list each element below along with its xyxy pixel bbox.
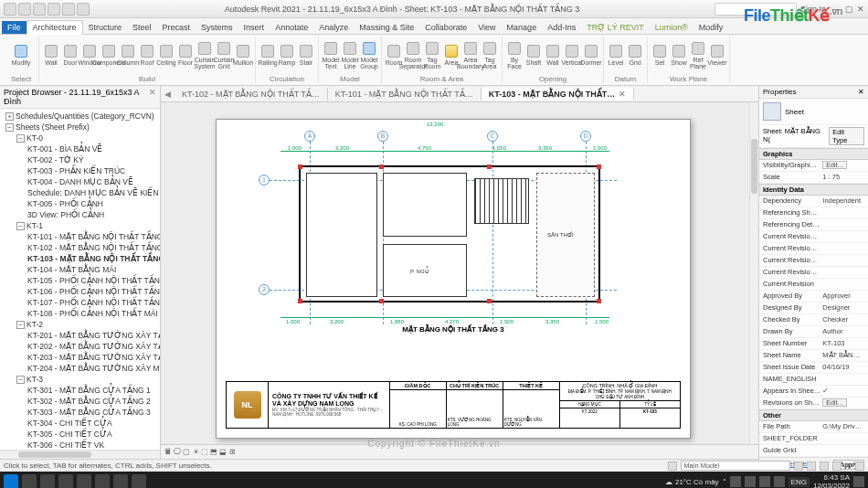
scrollbar-horizontal[interactable]: [0, 450, 160, 459]
ribbon-button-mullion[interactable]: Mullion: [235, 42, 251, 69]
ribbon-button-floor[interactable]: Floor: [177, 42, 194, 69]
ribbon-button-dormer[interactable]: Dormer: [583, 42, 599, 69]
tree-node[interactable]: KT-102 - MẶT BẰNG NỘI THẤT TẦNG 2: [4, 242, 160, 253]
status-icon[interactable]: [832, 461, 842, 471]
ribbon-button-viewer[interactable]: Viewer: [709, 42, 725, 69]
tree-node[interactable]: −Sheets (Sheet Prefix): [4, 122, 160, 133]
ribbon-button-model-line[interactable]: Model Line: [342, 42, 358, 69]
property-row[interactable]: Drawn ByAuthor: [759, 326, 868, 338]
tree-node[interactable]: KT-104 - MẶT BẰNG MÁI: [4, 264, 160, 275]
tray-icon[interactable]: [730, 476, 741, 487]
tree-node[interactable]: −KT-1: [4, 220, 160, 231]
property-row[interactable]: Current Revision: [759, 279, 868, 291]
property-row[interactable]: Referencing Sh…: [759, 207, 868, 219]
language-indicator[interactable]: ENG: [789, 477, 810, 487]
property-row[interactable]: Current Revisio…: [759, 255, 868, 267]
tree-toggle-icon[interactable]: −: [16, 376, 25, 384]
ribbon-button-by-face[interactable]: By Face: [506, 42, 523, 69]
tree-node[interactable]: KT-005 - PHỐI CẢNH: [4, 198, 160, 209]
ribbon-button-door[interactable]: Door: [62, 42, 79, 69]
tree-node[interactable]: KT-303 - MẶT BẰNG CỬA TẦNG 3: [4, 407, 160, 418]
ribbon-button-roof[interactable]: Roof: [139, 42, 155, 69]
save-icon[interactable]: [33, 3, 46, 16]
ribbon-tab-modify[interactable]: Modify: [693, 21, 729, 34]
tree-node[interactable]: KT-203 - MẶT BẰNG TƯỜNG XÂY TẦNG 3: [4, 352, 160, 363]
ribbon-button-shaft[interactable]: Shaft: [525, 42, 542, 69]
clock[interactable]: 8:43 SA 12/03/2022: [813, 473, 850, 488]
tree-node[interactable]: KT-105 - PHỐI CẢNH NỘI THẤT TẦNG 1: [4, 275, 160, 286]
chrome-icon[interactable]: [77, 474, 91, 488]
property-row[interactable]: Approved ByApprover: [759, 291, 868, 302]
property-row[interactable]: Sheet NameMẶT BẰNG NỘI: [759, 350, 868, 362]
ribbon-tab-lumion-[interactable]: Lumion®: [650, 21, 693, 34]
ribbon-tab-precast[interactable]: Precast: [157, 21, 196, 34]
property-row[interactable]: Current Revisio…: [759, 231, 868, 243]
ribbon-button-ramp[interactable]: Ramp: [279, 42, 295, 69]
tab-close-icon[interactable]: ✕: [619, 90, 626, 99]
tree-node[interactable]: KT-302 - MẶT BẰNG CỬA TẦNG 2: [4, 396, 160, 407]
tree-toggle-icon[interactable]: +: [5, 112, 14, 121]
revit-icon[interactable]: [132, 474, 146, 488]
project-browser-tree[interactable]: +Schedules/Quantities (Category_RCVN)−Sh…: [0, 109, 160, 450]
ribbon-button-ceiling[interactable]: Ceiling: [158, 42, 175, 69]
ribbon-button-component[interactable]: Component: [101, 42, 117, 69]
property-row[interactable]: Current Revisio…: [759, 267, 868, 279]
ribbon-tab-collaborate[interactable]: Collaborate: [419, 21, 472, 34]
ribbon-button-tag-room[interactable]: Tag Room: [424, 42, 440, 69]
undo-icon[interactable]: [48, 3, 60, 16]
ribbon-button-curtain-grid[interactable]: Curtain Grid: [216, 42, 232, 69]
property-row[interactable]: Designed ByDesigner: [759, 302, 868, 314]
ribbon-tab-structure[interactable]: Structure: [83, 21, 128, 34]
task-view-icon[interactable]: [40, 474, 55, 488]
tree-node[interactable]: KT-301 - MẶT BẰNG CỬA TẦNG 1: [4, 385, 160, 396]
redo-icon[interactable]: [62, 3, 75, 16]
property-row[interactable]: Appears In Shee…✓: [759, 386, 868, 398]
property-row[interactable]: SHEET_FOLDER: [759, 433, 868, 445]
tree-node[interactable]: KT-101 - MẶT BẰNG NỘI THẤT TẦNG 1: [4, 231, 160, 242]
tree-node[interactable]: −KT-0: [4, 133, 160, 143]
min-icon[interactable]: —: [833, 5, 842, 14]
tree-toggle-icon[interactable]: −: [16, 321, 25, 329]
property-row[interactable]: NAME_ENGLISH: [759, 374, 868, 386]
volume-icon[interactable]: [774, 476, 785, 487]
canvas[interactable]: A B C D 1 2 1,000 3,200 4,750 1,550 3,3: [161, 102, 758, 459]
panel-close-icon[interactable]: ✕: [149, 88, 156, 106]
scrollbar-vertical[interactable]: [749, 102, 758, 444]
excel-icon[interactable]: [95, 474, 110, 488]
tree-node[interactable]: +Schedules/Quantities (Category_RCVN): [4, 111, 160, 122]
tree-node[interactable]: KT-108 - PHỐI CẢNH NỘI THẤT MÁI: [4, 308, 160, 319]
document-tab[interactable]: KT-103 - MẶT BẰNG NỘI THẤT…✕: [482, 88, 635, 101]
tray-icon[interactable]: [745, 476, 756, 487]
tree-node[interactable]: KT-103 - MẶT BẰNG NỘI THẤT TẦNG 3: [4, 253, 160, 264]
status-icon[interactable]: [668, 461, 677, 471]
ribbon-button-set[interactable]: Set: [651, 42, 668, 69]
close-icon[interactable]: ✕: [857, 5, 864, 14]
property-row[interactable]: Sheet NumberKT-103: [759, 338, 868, 350]
tree-toggle-icon[interactable]: −: [5, 123, 14, 132]
view-control-bar[interactable]: 🖩 🖵 ▢ ☀ ⬚ ⬒ ⬓ ⊞: [161, 444, 758, 459]
workset-combo[interactable]: Main Model: [681, 461, 790, 471]
status-icon[interactable]: [820, 461, 829, 471]
tree-node[interactable]: KT-003 - PHẦN KIẾN TRÚC: [4, 165, 160, 176]
open-icon[interactable]: [18, 3, 31, 16]
tree-node[interactable]: 3D View: PHỐI CẢNH: [4, 209, 160, 220]
filter-icon[interactable]: [855, 461, 864, 471]
document-tab[interactable]: KT-102 - MẶT BẰNG NỘI THẤT TẦ…: [175, 88, 328, 101]
tree-node[interactable]: KT-305 - CHI TIẾT CỬA: [4, 429, 160, 440]
tree-node[interactable]: −KT-2: [4, 319, 160, 330]
tree-node[interactable]: KT-306 - CHI TIẾT VK: [4, 440, 160, 450]
document-tab[interactable]: KT-101 - MẶT BẰNG NỘI THẤT TẦ…: [328, 88, 482, 101]
ribbon-button-modify[interactable]: Modify: [7, 37, 35, 74]
ribbon-tab-massing-site[interactable]: Massing & Site: [354, 21, 419, 34]
sign-in-link[interactable]: Sign In: [800, 5, 826, 14]
ribbon-tab-architecture[interactable]: Architecture: [26, 20, 83, 35]
panel-close-icon[interactable]: ✕: [858, 88, 864, 96]
revit-icon[interactable]: [4, 3, 16, 16]
ribbon-button-model-group[interactable]: Model Group: [361, 42, 377, 69]
property-row[interactable]: Sheet Issue Date04/16/19: [759, 362, 868, 374]
tree-node[interactable]: Schedule: DANH MỤC BẢN VẼ KIẾN TRÚC: [4, 187, 160, 198]
property-row[interactable]: Checked ByChecker: [759, 314, 868, 326]
max-icon[interactable]: ▢: [845, 5, 853, 14]
property-row[interactable]: File PathG:\My Drive\3…: [759, 421, 868, 433]
tree-node[interactable]: KT-201 - MẶT BẰNG TƯỜNG XÂY TẦNG 1: [4, 330, 160, 341]
